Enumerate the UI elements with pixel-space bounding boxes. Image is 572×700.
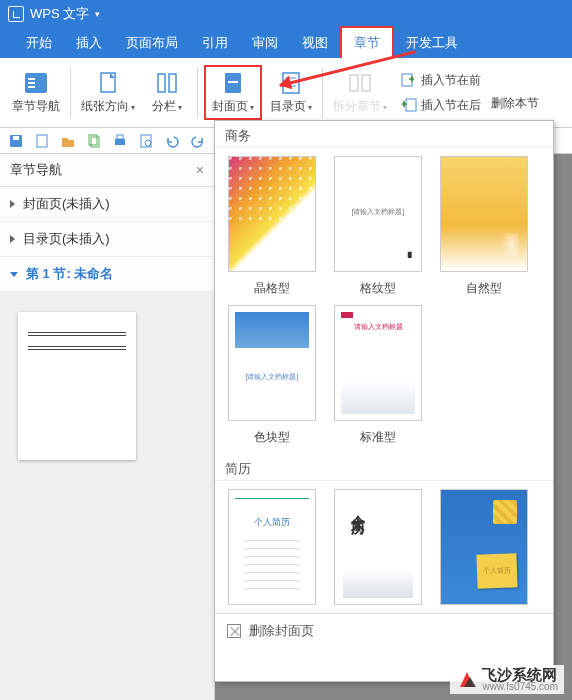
new-doc-icon[interactable] [34,133,50,149]
sidebar-title: 章节导航 [10,161,62,179]
cover-label-nature: 自然型 [466,280,502,297]
watermark: 飞沙系统网 www.fs0745.com [450,665,564,694]
sidebar-item-cover[interactable]: 封面页(未插入) [0,187,214,222]
cover-page-icon [220,70,246,96]
open-icon[interactable] [60,133,76,149]
triangle-down-icon [10,272,18,277]
chapter-nav-sidebar: 章节导航 × 封面页(未插入) 目录页(未插入) 第 1 节: 未命名 [0,154,215,700]
triangle-icon [10,235,15,243]
copy-icon[interactable] [86,133,102,149]
svg-rect-8 [228,81,238,83]
tab-insert[interactable]: 插入 [64,28,114,58]
nav-label: 章节导航 [12,98,60,115]
svg-rect-23 [117,135,123,139]
cover-label-standard: 标准型 [360,429,396,446]
page-orientation-button[interactable]: 纸张方向▾ [77,68,139,117]
cover-resume1[interactable]: 个人简历 [223,489,321,605]
cover-label-grid: 格纹型 [360,280,396,297]
svg-point-25 [145,140,151,146]
split-chapter-button[interactable]: 拆分章节▾ [329,68,391,117]
cover-thumb-crystal [228,156,316,272]
page-thumbnail[interactable] [18,312,136,460]
columns-label: 分栏▾ [152,98,182,115]
svg-rect-2 [28,82,35,84]
tab-chapter[interactable]: 章节 [340,26,394,58]
sidebar-item-section1[interactable]: 第 1 节: 未命名 [0,257,214,292]
title-dropdown-icon[interactable]: ▾ [95,9,100,19]
cover-page-button[interactable]: 封面页▾ [204,65,262,120]
svg-rect-13 [350,75,358,91]
watermark-icon [456,669,478,691]
svg-rect-14 [362,75,370,91]
svg-rect-6 [169,74,176,92]
section-resume-header: 简历 [215,454,553,481]
orientation-icon [95,70,121,96]
cover-label: 封面页▾ [212,98,254,115]
cover-block[interactable]: 色块型 [223,305,321,446]
page-thumbnail-area [0,292,214,700]
undo-icon[interactable] [164,133,180,149]
cover-thumb-resume3: 个人简历 [440,489,528,605]
svg-rect-15 [402,74,412,86]
delete-label: 删除本节 [491,95,539,112]
insert-after-icon [401,97,417,113]
cover-thumb-grid [334,156,422,272]
svg-rect-4 [101,73,115,92]
delete-icon [227,624,241,638]
svg-rect-19 [37,135,47,147]
tab-start[interactable]: 开始 [14,28,64,58]
ribbon-tabs: 开始 插入 页面布局 引用 审阅 视图 章节 开发工具 [0,28,572,58]
insert-after-label: 插入节在后 [421,97,481,114]
cover-grid[interactable]: 格纹型 [329,156,427,297]
triangle-icon [10,200,15,208]
svg-rect-5 [158,74,165,92]
cover-thumb-resume1: 个人简历 [228,489,316,605]
cover-label-block: 色块型 [254,429,290,446]
tab-view[interactable]: 视图 [290,28,340,58]
tab-layout[interactable]: 页面布局 [114,28,190,58]
svg-rect-22 [115,139,125,145]
print-preview-icon[interactable] [138,133,154,149]
toc-label: 目录页▾ [270,98,312,115]
columns-button[interactable]: 分栏▾ [143,68,191,117]
insert-before-label: 插入节在前 [421,72,481,89]
split-icon [347,70,373,96]
section-business-header: 商务 [215,121,553,148]
delete-section-button[interactable]: 删除本节 [487,93,543,114]
sidebar-item-toc[interactable]: 目录页(未插入) [0,222,214,257]
chapter-nav-button[interactable]: 章节导航 [8,68,64,117]
tab-reference[interactable]: 引用 [190,28,240,58]
svg-rect-1 [28,78,35,80]
svg-rect-3 [28,86,35,88]
cover-resume3[interactable]: 个人简历 [435,489,533,605]
tab-review[interactable]: 审阅 [240,28,290,58]
cover-nature[interactable]: 自然型 [435,156,533,297]
save-icon[interactable] [8,133,24,149]
cover-thumb-standard [334,305,422,421]
delete-cover-label: 删除封面页 [249,622,314,640]
title-bar: WPS 文字 ▾ [0,0,572,28]
insert-before-icon [401,72,417,88]
wps-logo-icon [8,6,24,22]
svg-rect-18 [13,136,19,140]
cover-crystal[interactable]: 晶格型 [223,156,321,297]
cover-thumb-resume2: 个人简历 [334,489,422,605]
separator [70,68,71,118]
orient-label: 纸张方向▾ [81,98,135,115]
sidebar-close-icon[interactable]: × [196,162,204,178]
watermark-brand: 飞沙系统网 [482,667,558,682]
columns-icon [154,70,180,96]
split-label: 拆分章节▾ [333,98,387,115]
sidebar-cover-label: 封面页(未插入) [23,195,110,213]
cover-resume2[interactable]: 个人简历 [329,489,427,605]
cover-standard[interactable]: 标准型 [329,305,427,446]
svg-rect-16 [406,99,416,111]
cover-thumb-nature [440,156,528,272]
insert-section-before-button[interactable]: 插入节在前 [397,70,485,91]
cover-label-crystal: 晶格型 [254,280,290,297]
insert-section-after-button[interactable]: 插入节在后 [397,95,485,116]
redo-icon[interactable] [190,133,206,149]
print-icon[interactable] [112,133,128,149]
delete-cover-button[interactable]: 删除封面页 [215,613,553,648]
watermark-url: www.fs0745.com [482,682,558,692]
